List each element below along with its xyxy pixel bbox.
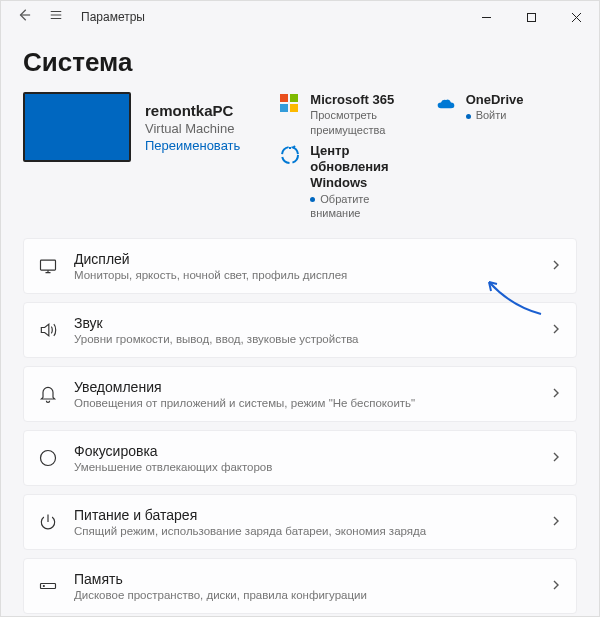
row-sub: Спящий режим, использование заряда батар…	[74, 525, 534, 537]
chevron-right-icon	[550, 449, 562, 467]
row-sub: Мониторы, яркость, ночной свет, профиль …	[74, 269, 534, 281]
tile-title: Центр обновления Windows	[310, 143, 421, 192]
display-icon	[38, 256, 58, 276]
ms365-icon	[280, 94, 300, 114]
row-title: Питание и батарея	[74, 507, 534, 523]
tile-sub: Войти	[466, 108, 524, 122]
power-icon	[38, 512, 58, 532]
hamburger-icon[interactable]	[49, 8, 63, 26]
svg-rect-4	[41, 584, 56, 589]
row-sub: Уменьшение отвлекающих факторов	[74, 461, 534, 473]
notifications-icon	[38, 384, 58, 404]
tile-title: OneDrive	[466, 92, 524, 108]
window-title: Параметры	[81, 10, 145, 24]
storage-icon	[38, 576, 58, 596]
settings-row-power[interactable]: Питание и батареяСпящий режим, использов…	[23, 494, 577, 550]
row-title: Дисплей	[74, 251, 534, 267]
device-name: remontkaPC	[145, 102, 240, 119]
row-sub: Дисковое пространство, диски, правила ко…	[74, 589, 534, 601]
rename-link[interactable]: Переименовать	[145, 138, 240, 153]
page-title: Система	[23, 47, 577, 78]
settings-list: ДисплейМониторы, яркость, ночной свет, п…	[23, 238, 577, 614]
device-thumbnail	[23, 92, 131, 162]
chevron-right-icon	[550, 257, 562, 275]
settings-row-display[interactable]: ДисплейМониторы, яркость, ночной свет, п…	[23, 238, 577, 294]
focus-icon	[38, 448, 58, 468]
row-title: Фокусировка	[74, 443, 534, 459]
tile-onedrive[interactable]: OneDrive Войти	[436, 92, 577, 137]
row-title: Звук	[74, 315, 534, 331]
chevron-right-icon	[550, 577, 562, 595]
svg-point-1	[282, 147, 298, 163]
maximize-button[interactable]	[509, 1, 554, 33]
device-type: Virtual Machine	[145, 121, 240, 136]
settings-row-focus[interactable]: ФокусировкаУменьшение отвлекающих фактор…	[23, 430, 577, 486]
svg-rect-0	[528, 13, 536, 21]
row-sub: Оповещения от приложений и системы, режи…	[74, 397, 534, 409]
row-title: Память	[74, 571, 534, 587]
system-header: remontkaPC Virtual Machine Переименовать…	[23, 92, 577, 220]
tile-sub: Обратите внимание	[310, 192, 421, 221]
row-sub: Уровни громкости, вывод, ввод, звуковые …	[74, 333, 534, 345]
row-title: Уведомления	[74, 379, 534, 395]
close-button[interactable]	[554, 1, 599, 33]
tile-title: Microsoft 365	[310, 92, 421, 108]
minimize-button[interactable]	[464, 1, 509, 33]
settings-row-storage[interactable]: ПамятьДисковое пространство, диски, прав…	[23, 558, 577, 614]
chevron-right-icon	[550, 513, 562, 531]
back-icon[interactable]	[17, 8, 31, 26]
onedrive-icon	[436, 94, 456, 114]
tile-ms365[interactable]: Microsoft 365 Просмотреть преимущества	[280, 92, 421, 137]
chevron-right-icon	[550, 321, 562, 339]
svg-rect-2	[41, 260, 56, 270]
sound-icon	[38, 320, 58, 340]
settings-row-notifications[interactable]: УведомленияОповещения от приложений и си…	[23, 366, 577, 422]
tile-windows-update[interactable]: Центр обновления Windows Обратите вниман…	[280, 143, 421, 220]
tile-sub: Просмотреть преимущества	[310, 108, 421, 137]
chevron-right-icon	[550, 385, 562, 403]
windows-update-icon	[280, 145, 300, 165]
titlebar: Параметры	[1, 1, 599, 33]
settings-row-sound[interactable]: ЗвукУровни громкости, вывод, ввод, звуко…	[23, 302, 577, 358]
svg-point-5	[43, 586, 44, 587]
